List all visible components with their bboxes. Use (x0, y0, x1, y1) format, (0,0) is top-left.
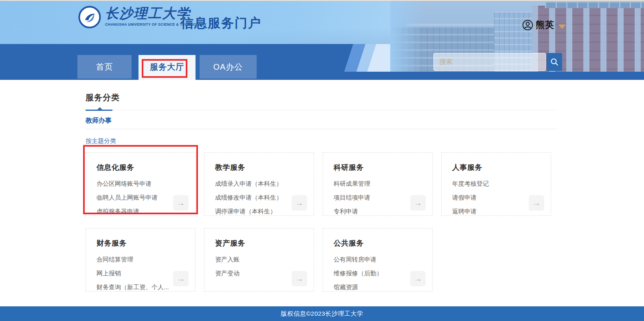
user-menu[interactable]: 熊英 (522, 19, 566, 31)
user-avatar-icon (522, 20, 533, 31)
service-link[interactable]: 维修报修（后勤） (334, 270, 422, 277)
search-button[interactable] (547, 53, 562, 71)
university-logo[interactable]: 长沙理工大学 CHANGSHA UNIVERSITY OF SCIENCE & … (78, 6, 185, 29)
card-title: 公共服务 (334, 238, 422, 248)
audience-tab-teacher[interactable]: 教师办事 (86, 117, 112, 125)
service-link[interactable]: 虚拟服务器申请 (97, 208, 185, 215)
main-content: 服务分类 教师办事 按主题分类 信息化服务 办公区网络账号申请 临聘人员上网账号… (0, 80, 644, 306)
service-link[interactable]: 请假申请 (452, 194, 541, 202)
university-name-block: 长沙理工大学 CHANGSHA UNIVERSITY OF SCIENCE & … (105, 6, 185, 26)
arrow-right-icon[interactable]: → (173, 271, 189, 286)
page-header: 长沙理工大学 CHANGSHA UNIVERSITY OF SCIENCE & … (0, 0, 644, 80)
card-title: 财务服务 (97, 238, 185, 248)
tab-service-hall[interactable]: 服务大厅 (138, 55, 196, 80)
card-title: 科研服务 (334, 163, 422, 172)
service-link[interactable]: 合同结算管理 (97, 256, 185, 264)
service-link[interactable]: 临聘人员上网账号申请 (97, 194, 185, 202)
card-hr-services: 人事服务 年度考核登记 请假申请 返聘申请 → (441, 152, 551, 216)
service-link[interactable]: 返聘申请 (452, 208, 541, 215)
tab-home[interactable]: 首页 (77, 55, 132, 79)
service-link[interactable]: 财务查询（新工资、个人... (97, 284, 185, 291)
service-link[interactable]: 馆藏资源 (334, 284, 422, 291)
footer: 版权信息©2023长沙理工大学 (0, 306, 644, 321)
card-info-services: 信息化服务 办公区网络账号申请 临聘人员上网账号申请 虚拟服务器申请 → (86, 152, 196, 216)
service-link[interactable]: 公有周转房申请 (334, 256, 422, 264)
service-link[interactable]: 专利申请 (334, 208, 422, 215)
service-link[interactable]: 资产入账 (215, 256, 304, 264)
arrow-right-icon[interactable]: → (410, 195, 426, 211)
group-by-theme-link[interactable]: 按主题分类 (86, 137, 116, 145)
search-input[interactable] (433, 53, 546, 71)
university-name-en: CHANGSHA UNIVERSITY OF SCIENCE & TECHNOL… (105, 22, 185, 26)
arrow-right-icon[interactable]: → (410, 271, 426, 286)
card-teaching-services: 教学服务 成绩录入申请（本科生） 成绩修改申请（本科生） 调停课申请（本科生） … (204, 152, 314, 216)
section-title-rule (86, 110, 556, 111)
card-title: 信息化服务 (97, 163, 185, 172)
user-name: 熊英 (536, 19, 554, 31)
card-public-services: 公共服务 公有周转房申请 维修报修（后勤） 馆藏资源 → (323, 228, 433, 292)
search-bar (433, 53, 562, 71)
section-title: 服务分类 (86, 92, 556, 103)
rule-arrow-marker (97, 107, 103, 110)
copyright-text: 版权信息©2023长沙理工大学 (281, 310, 363, 317)
service-card-grid: 信息化服务 办公区网络账号申请 临聘人员上网账号申请 虚拟服务器申请 → 教学服… (86, 152, 556, 292)
card-title: 资产服务 (215, 238, 304, 248)
service-link[interactable]: 办公区网络账号申请 (97, 180, 185, 188)
caret-down-icon (558, 24, 566, 29)
card-finance-services: 财务服务 合同结算管理 网上报销 财务查询（新工资、个人... → (86, 228, 196, 292)
card-research-services: 科研服务 科研成果管理 项目结项申请 专利申请 → (323, 152, 433, 216)
card-title: 教学服务 (215, 163, 304, 172)
service-link[interactable]: 网上报销 (97, 270, 185, 277)
rule-gray-line (86, 110, 556, 110)
card-title: 人事服务 (452, 163, 541, 172)
service-link[interactable]: 资产变动 (215, 270, 304, 277)
service-link[interactable]: 成绩录入申请（本科生） (215, 180, 304, 188)
tab-oa-office[interactable]: OA办公 (200, 55, 257, 79)
arrow-right-icon[interactable]: → (292, 271, 307, 286)
service-link[interactable]: 项目结项申请 (334, 194, 422, 202)
arrow-right-icon[interactable]: → (173, 195, 189, 211)
service-link[interactable]: 成绩修改申请（本科生） (215, 194, 304, 202)
portal-title: 信息服务门户 (181, 15, 262, 32)
service-link[interactable]: 科研成果管理 (334, 180, 422, 188)
university-emblem-icon (78, 6, 101, 29)
card-asset-services: 资产服务 资产入账 资产变动 → (204, 228, 314, 292)
service-link[interactable]: 调停课申请（本科生） (215, 208, 304, 215)
service-link[interactable]: 年度考核登记 (452, 180, 541, 188)
arrow-right-icon[interactable]: → (529, 195, 544, 211)
search-icon (550, 58, 558, 66)
arrow-right-icon[interactable]: → (292, 195, 307, 211)
section-divider (86, 129, 556, 129)
university-name-cn: 长沙理工大学 (105, 6, 185, 21)
